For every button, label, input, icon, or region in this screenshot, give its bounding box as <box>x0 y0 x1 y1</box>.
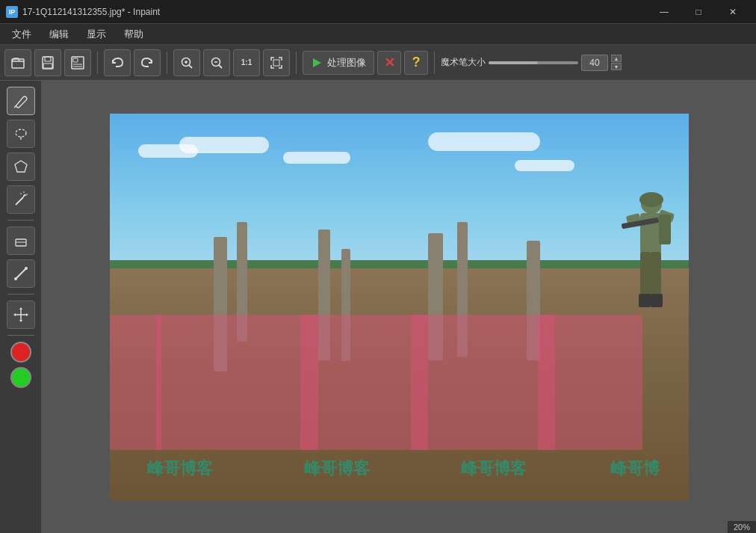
svg-marker-35 <box>19 307 22 309</box>
tool-sep-1 <box>7 220 34 221</box>
menu-file[interactable]: 文件 <box>3 25 40 44</box>
menu-edit[interactable]: 编辑 <box>40 25 78 44</box>
canvas-image[interactable]: 峰哥博客 Zzzzzz.Me 峰哥博客 Zzzzzz.Me 峰哥博客 Zzzzz… <box>110 114 689 501</box>
svg-line-21 <box>16 197 23 205</box>
svg-point-18 <box>16 129 26 137</box>
zoom-fit-button[interactable] <box>263 49 290 76</box>
cloud-2 <box>179 137 269 153</box>
titlebar: IP 17-1Q112141312355.jpg* - Inpaint — □ … <box>0 0 756 24</box>
process-label: 处理图像 <box>327 56 366 70</box>
color-red[interactable] <box>10 342 31 363</box>
svg-line-14 <box>219 65 222 68</box>
eraser-tool[interactable] <box>7 227 35 255</box>
inpaint-region-3 <box>411 315 556 450</box>
svg-rect-47 <box>639 294 651 307</box>
zoom-in-button[interactable] <box>173 49 200 76</box>
cloud-3 <box>283 152 350 164</box>
open-button[interactable] <box>4 49 31 76</box>
brush-slider-fill <box>489 61 538 64</box>
svg-marker-20 <box>15 161 27 172</box>
zoom-100-button[interactable]: 1:1 <box>233 49 260 76</box>
svg-marker-37 <box>13 313 16 316</box>
svg-point-32 <box>25 267 28 270</box>
main-area: 峰哥博客 Zzzzzz.Me 峰哥博客 Zzzzzz.Me 峰哥博客 Zzzzz… <box>0 81 756 533</box>
cloud-5 <box>515 160 574 171</box>
window-controls: — □ ✕ <box>647 0 750 24</box>
inpaint-region-2 <box>300 315 428 450</box>
svg-rect-48 <box>651 294 663 307</box>
menu-help[interactable]: 帮助 <box>115 25 152 44</box>
svg-line-23 <box>25 194 26 196</box>
svg-rect-1 <box>43 57 53 69</box>
main-toolbar: 1:1 处理图像 ✕ ? 魔术笔大小 40 ▲ ▼ <box>0 45 756 81</box>
move-tool[interactable] <box>7 301 35 329</box>
inpaint-region-1 <box>156 315 318 450</box>
menubar: 文件 编辑 显示 帮助 <box>0 24 756 45</box>
svg-rect-45 <box>640 252 651 297</box>
close-button[interactable]: ✕ <box>716 0 750 24</box>
svg-point-24 <box>23 195 25 197</box>
cancel-button[interactable]: ✕ <box>377 51 401 75</box>
brush-value[interactable]: 40 <box>581 55 608 71</box>
cloud-4 <box>428 132 540 151</box>
separator-3 <box>296 52 297 74</box>
maximize-button[interactable]: □ <box>681 0 716 24</box>
separator-1 <box>97 52 98 74</box>
polygon-tool[interactable] <box>7 152 35 181</box>
zoom-level: 20% <box>734 523 750 532</box>
saveas-button[interactable] <box>64 49 91 76</box>
svg-point-40 <box>639 192 663 207</box>
save-button[interactable] <box>34 49 61 76</box>
brush-spinners: ▲ ▼ <box>611 55 622 70</box>
svg-marker-38 <box>26 313 28 316</box>
tool-sep-3 <box>7 335 34 336</box>
magic-wand-tool[interactable] <box>7 185 35 214</box>
window-title: 17-1Q112141312355.jpg* - Inpaint <box>22 7 647 17</box>
svg-point-31 <box>14 277 17 280</box>
svg-rect-15 <box>273 60 279 66</box>
brush-size-label: 魔术笔大小 <box>441 56 486 69</box>
zoom-100-label: 1:1 <box>241 58 252 67</box>
svg-rect-5 <box>73 58 78 62</box>
app-icon: IP <box>6 6 18 18</box>
brush-increment[interactable]: ▲ <box>611 55 622 62</box>
statusbar: 20% <box>728 521 756 533</box>
canvas-area[interactable]: 峰哥博客 Zzzzzz.Me 峰哥博客 Zzzzzz.Me 峰哥博客 Zzzzz… <box>42 81 756 533</box>
left-toolbar <box>0 81 42 533</box>
process-button[interactable]: 处理图像 <box>303 51 374 75</box>
help-icon: ? <box>412 55 421 70</box>
svg-marker-36 <box>19 320 22 322</box>
inpaint-region-5 <box>110 315 162 450</box>
svg-rect-49 <box>659 215 671 244</box>
svg-line-17 <box>14 106 16 108</box>
color-green[interactable] <box>10 367 31 388</box>
image-container: 峰哥博客 Zzzzzz.Me 峰哥博客 Zzzzzz.Me 峰哥博客 Zzzzz… <box>110 114 689 501</box>
tool-sep-2 <box>7 294 34 295</box>
separator-4 <box>434 52 435 74</box>
redo-button[interactable] <box>134 49 161 76</box>
minimize-button[interactable]: — <box>647 0 681 24</box>
svg-rect-0 <box>12 59 24 68</box>
svg-rect-2 <box>45 57 51 61</box>
zoom-out-button[interactable] <box>203 49 230 76</box>
svg-rect-46 <box>651 252 661 297</box>
undo-button[interactable] <box>104 49 131 76</box>
svg-line-30 <box>16 268 26 279</box>
svg-line-11 <box>189 65 192 68</box>
line-tool[interactable] <box>7 259 35 288</box>
lasso-tool[interactable] <box>7 120 35 148</box>
help-button[interactable]: ? <box>404 51 428 75</box>
brush-size-slider[interactable] <box>489 61 578 64</box>
brush-tool[interactable] <box>7 87 35 115</box>
svg-marker-16 <box>313 58 321 67</box>
svg-rect-3 <box>43 64 52 68</box>
soldier-figure <box>618 183 674 348</box>
brush-decrement[interactable]: ▼ <box>611 63 622 70</box>
menu-view[interactable]: 显示 <box>78 25 115 44</box>
cancel-icon: ✕ <box>384 55 395 71</box>
separator-2 <box>167 52 167 74</box>
